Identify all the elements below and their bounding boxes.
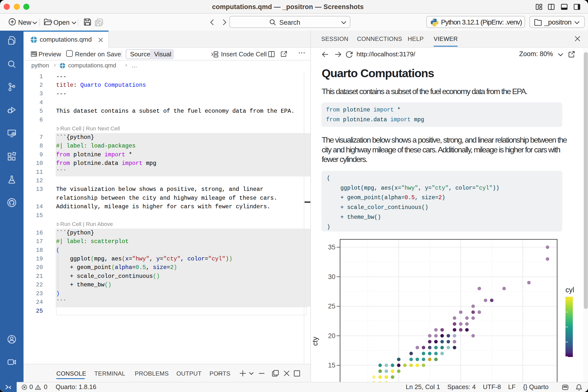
svg-text:30: 30 [328,273,336,280]
svg-text:35: 35 [328,244,336,251]
svg-text:cyl: cyl [566,286,574,294]
svg-text:15: 15 [328,362,336,369]
svg-text:25: 25 [328,302,336,310]
svg-text:20: 20 [328,332,336,340]
svg-text:cty: cty [311,337,319,346]
